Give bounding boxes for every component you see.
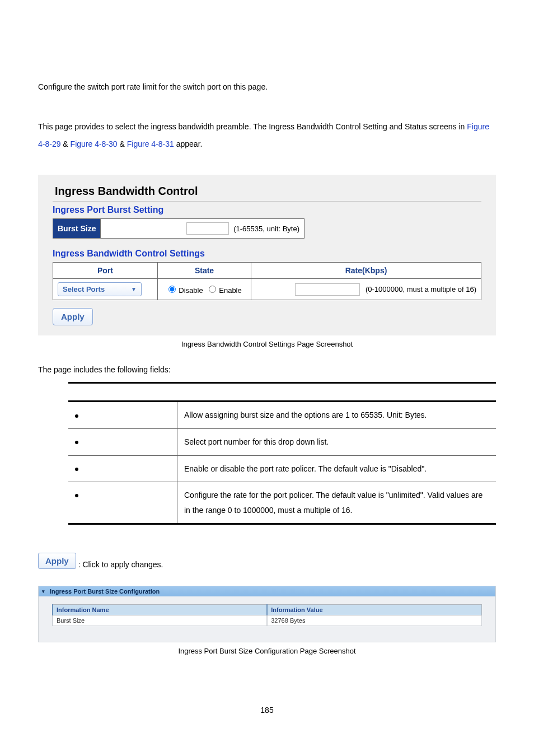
field-desc: Select port number for this drop down li… (177, 428, 496, 455)
amp-1: & (60, 139, 70, 148)
intro-pretext: This page provides to select the ingress… (38, 122, 467, 131)
apply-button[interactable]: Apply (53, 308, 93, 325)
page-number: 185 (38, 706, 496, 715)
fields-table: Allow assigning burst size and the optio… (68, 382, 496, 525)
figure-link-2[interactable]: Figure 4-8-30 (71, 139, 118, 148)
rate-hint: (0-1000000, must a multiple of 16) (366, 285, 476, 293)
col-state: State (158, 263, 251, 279)
panel-title: Ingress Bandwidth Control (53, 183, 481, 201)
section-ctrl-heading: Ingress Bandwidth Control Settings (53, 249, 481, 259)
screenshot2-caption: Ingress Port Burst Size Configuration Pa… (38, 647, 496, 655)
field-desc: Configure the rate for the port policer.… (177, 482, 496, 524)
table-row: Select port number for this drop down li… (68, 428, 496, 455)
chevron-down-icon: ▾ (42, 589, 45, 594)
burst-size-hint: (1-65535, unit: Byte) (233, 225, 299, 233)
rate-input[interactable] (295, 283, 360, 296)
table-row: Configure the rate for the port policer.… (68, 482, 496, 524)
figure-link-3[interactable]: Figure 4-8-31 (127, 139, 174, 148)
col-info-value: Information Value (267, 605, 481, 615)
col-info-name: Information Name (53, 605, 267, 615)
bullet-icon (75, 414, 78, 418)
intro-line-1: Configure the switch port rate limit for… (38, 78, 496, 96)
chevron-down-icon: ▼ (131, 286, 137, 292)
table-row: Select Ports ▼ Disable Enable (0-1000000… (53, 279, 481, 300)
screenshot-ingress-bandwidth-control: Ingress Bandwidth Control Ingress Port B… (38, 175, 496, 335)
appear-text: appear. (174, 139, 203, 148)
fields-intro: The page includes the following fields: (38, 365, 496, 374)
state-enable-label: Enable (219, 286, 241, 295)
burst-size-label: Burst Size (53, 218, 101, 239)
intro-line-2: This page provides to select the ingress… (38, 118, 496, 153)
burst-size-input[interactable] (186, 222, 229, 235)
bullet-icon (75, 468, 78, 471)
screenshot-burst-size-config: ▾ Ingress Port Burst Size Configuration … (38, 586, 496, 642)
apply-button-illustration: Apply (38, 553, 76, 569)
fields-head-desc (177, 383, 496, 402)
table-row: Burst Size 32768 Bytes (53, 615, 482, 626)
apply-note-text: : Click to apply changes. (78, 560, 163, 569)
select-ports-dropdown[interactable]: Select Ports ▼ (58, 282, 142, 296)
info-value-cell: 32768 Bytes (267, 615, 481, 626)
screenshot1-caption: Ingress Bandwidth Control Settings Page … (38, 340, 496, 348)
section-burst-heading: Ingress Port Burst Setting (53, 205, 481, 215)
burst-row: Burst Size (1-65535, unit: Byte) (53, 218, 305, 239)
burst-config-title: Ingress Port Burst Size Configuration (50, 588, 160, 595)
col-rate: Rate(Kbps) (251, 263, 481, 279)
table-row: Enable or disable the port rate policer.… (68, 455, 496, 482)
page-root: Configure the switch port rate limit for… (0, 0, 534, 737)
burst-config-panel-header[interactable]: ▾ Ingress Port Burst Size Configuration (39, 586, 495, 596)
info-name-cell: Burst Size (53, 615, 267, 626)
table-row: Allow assigning burst size and the optio… (68, 402, 496, 429)
field-desc: Allow assigning burst size and the optio… (177, 402, 496, 429)
select-ports-label: Select Ports (63, 285, 105, 293)
state-disable-radio[interactable] (168, 286, 176, 293)
state-enable-radio[interactable] (209, 286, 216, 293)
state-disable-label: Disable (179, 286, 203, 295)
burst-info-table: Information Name Information Value Burst… (52, 604, 482, 626)
control-settings-table: Port State Rate(Kbps) Select Ports ▼ (53, 262, 481, 300)
fields-head-object (68, 383, 177, 402)
bullet-icon (75, 494, 78, 497)
amp-2: & (118, 139, 127, 148)
burst-size-field: (1-65535, unit: Byte) (101, 218, 305, 239)
bullet-icon (75, 441, 78, 444)
divider (53, 201, 481, 202)
apply-note-row: Apply : Click to apply changes. (38, 553, 496, 569)
col-port: Port (53, 263, 158, 279)
field-desc: Enable or disable the port rate policer.… (177, 455, 496, 482)
